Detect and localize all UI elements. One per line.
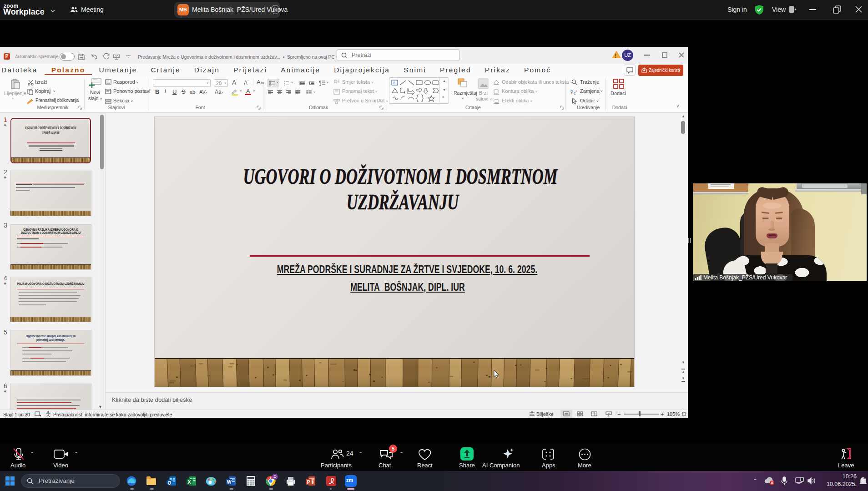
svg-text:A: A xyxy=(393,81,395,85)
svg-text:c: c xyxy=(574,91,576,95)
svg-text:X: X xyxy=(188,479,191,485)
svg-text:O: O xyxy=(167,481,171,486)
svg-text:W: W xyxy=(227,479,232,485)
svg-text:z: z xyxy=(863,476,865,479)
svg-text:P: P xyxy=(307,479,310,485)
